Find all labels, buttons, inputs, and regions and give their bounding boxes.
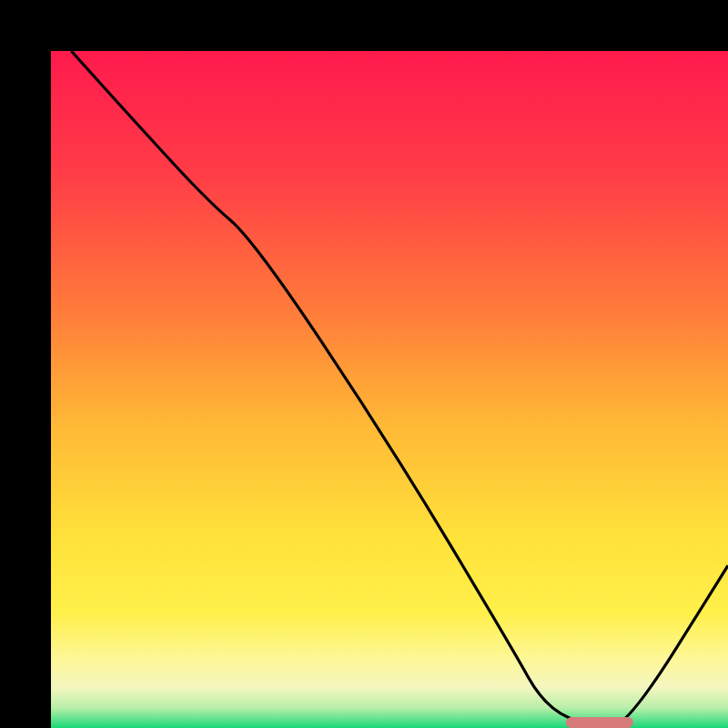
chart-frame [0,0,728,728]
optimum-marker [565,717,632,728]
plot-area [51,51,728,728]
bottleneck-curve [71,51,728,728]
curve-layer [51,51,728,728]
